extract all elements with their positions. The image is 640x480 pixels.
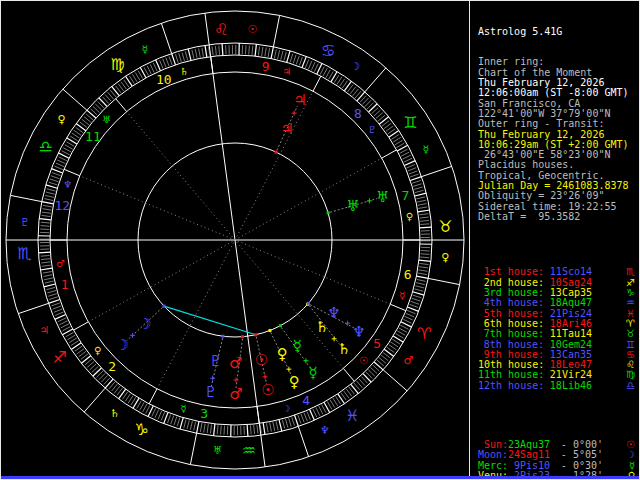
chart-info-block: Inner ring:Chart of the MomentThu Februa… (478, 57, 640, 222)
degree-tick (200, 423, 202, 432)
planet-glyph-outer-moon: ☽ (116, 336, 129, 354)
degree-tick (252, 46, 253, 55)
degree-tick (299, 57, 302, 65)
degree-tick (174, 417, 177, 426)
degree-tick (41, 226, 50, 227)
degree-tick (302, 56, 306, 67)
degree-tick (419, 270, 428, 271)
degree-tick (212, 46, 213, 55)
degree-tick (172, 53, 176, 64)
degree-tick (160, 60, 163, 68)
house-ruler-glyph: ♇ (368, 124, 377, 135)
sign-glyph-aquarius: ♒ (242, 441, 256, 460)
degree-tick (41, 259, 50, 260)
degree-tick (62, 327, 70, 331)
degree-tick (391, 342, 399, 347)
degree-tick (393, 137, 401, 142)
degree-tick (125, 394, 130, 401)
degree-tick (307, 412, 310, 420)
sign-glyph-cancer: ♋ (321, 41, 335, 60)
degree-tick (219, 46, 220, 55)
degree-tick (62, 151, 70, 155)
degree-tick (119, 389, 126, 399)
degree-tick (81, 356, 90, 364)
house-ruler-glyph: ☿ (180, 403, 186, 414)
degree-tick (224, 426, 225, 435)
degree-tick (323, 68, 327, 76)
degree-tick (133, 398, 139, 408)
degree-tick (413, 295, 422, 298)
degree-tick (397, 331, 405, 335)
degree-tick (147, 66, 151, 74)
house-ruler-glyph: ♀ (94, 345, 101, 356)
planet-dot-uranus (327, 211, 330, 214)
degree-tick (389, 131, 399, 138)
degree-tick (57, 160, 65, 164)
degree-tick (71, 343, 81, 350)
sign-glyph-sagittarius: ♐ (52, 348, 66, 367)
degree-tick (87, 110, 96, 118)
planet-glyph-inner-uranus: ♅ (346, 197, 359, 215)
degree-tick (58, 318, 66, 322)
degree-tick (413, 184, 422, 187)
planet-dot-mars (241, 335, 244, 338)
sign-boundary (63, 89, 87, 110)
sign-ruler-glyph: ☿ (422, 143, 429, 156)
house-cusp-line (73, 322, 88, 330)
degree-tick (412, 298, 421, 301)
degree-tick (262, 47, 263, 56)
degree-tick (205, 45, 207, 57)
degree-tick (418, 204, 427, 206)
degree-tick (44, 199, 53, 201)
degree-tick (363, 374, 371, 383)
degree-tick (171, 416, 174, 424)
sign-ruler-glyph: ☉ (247, 23, 257, 36)
degree-tick (330, 400, 335, 408)
degree-tick (143, 404, 147, 412)
degree-tick (276, 421, 278, 430)
degree-tick (46, 185, 58, 188)
planet-glyph-inner-mars: ♂ (229, 354, 242, 372)
degree-tick (50, 179, 59, 182)
info-line: DeltaT = 95.3582 (478, 212, 640, 222)
degree-tick (222, 43, 223, 55)
planet-glyph-inner-jupiter: ♃ (280, 120, 293, 138)
house-number-4: 4 (302, 393, 310, 408)
degree-tick (44, 278, 53, 280)
house-cusp-line (382, 150, 397, 158)
degree-tick (105, 379, 113, 388)
degree-tick (395, 140, 403, 145)
degree-tick (152, 408, 156, 416)
degree-tick (99, 98, 107, 107)
planet-glyph-inner-sun: ☉ (255, 351, 268, 369)
planet-glyph-outer-neptune: ♆ (352, 323, 365, 341)
degree-tick (400, 149, 408, 153)
degree-tick (415, 286, 424, 288)
degree-tick (55, 312, 63, 315)
degree-tick (420, 254, 429, 255)
degree-tick (161, 412, 164, 420)
sign-ruler-glyph: ♀ (441, 251, 449, 264)
degree-tick (199, 48, 201, 57)
degree-tick (389, 345, 396, 350)
degree-tick (169, 56, 172, 64)
degree-tick (292, 417, 295, 426)
degree-tick (254, 425, 255, 434)
degree-tick (319, 406, 323, 414)
degree-tick (250, 425, 251, 434)
degree-tick (403, 155, 411, 159)
degree-tick (49, 297, 58, 300)
degree-tick (176, 54, 179, 63)
degree-tick (320, 67, 324, 75)
degree-tick (55, 166, 63, 169)
house-number-10: 10 (156, 72, 172, 87)
degree-tick (47, 189, 56, 191)
degree-tick (214, 424, 215, 436)
planet-glyph-inner-moon: ☽ (138, 315, 151, 333)
degree-tick (128, 396, 133, 404)
degree-tick (265, 48, 266, 57)
degree-tick (351, 384, 359, 393)
degree-tick (153, 63, 157, 71)
degree-tick (146, 405, 150, 413)
degree-tick (393, 336, 403, 342)
